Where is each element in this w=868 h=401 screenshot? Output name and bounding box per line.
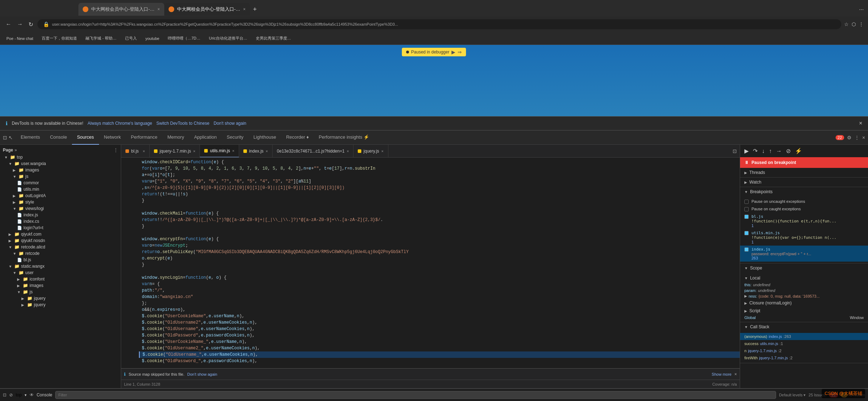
console-dropdown-icon[interactable]: ▾ bbox=[25, 393, 27, 397]
source-map-close-btn[interactable]: × bbox=[734, 372, 737, 377]
source-tab-jquery-close[interactable]: × bbox=[193, 149, 195, 153]
always-match-language-button[interactable]: Always match Chrome's language bbox=[88, 121, 152, 126]
tree-item-js2[interactable]: ▼ 📁 js bbox=[0, 289, 121, 295]
pause-caught-checkbox[interactable] bbox=[744, 207, 749, 211]
pause-uncaught-checkbox[interactable] bbox=[744, 200, 749, 204]
scope-ress-expand[interactable]: ▶ bbox=[744, 294, 747, 298]
file-tree-options-icon[interactable]: ⋮ bbox=[114, 148, 118, 153]
bp-utils[interactable]: utils.min.js !function(e){var o={};funct… bbox=[740, 229, 868, 246]
source-tab-bljs[interactable]: bl.js × bbox=[121, 145, 150, 158]
tab-sources[interactable]: Sources bbox=[72, 130, 99, 145]
bookmark-bilibili[interactable]: 哔哩哔哩（…7D… bbox=[166, 35, 202, 42]
source-tab-utils-close[interactable]: × bbox=[232, 149, 234, 153]
source-tab-jqueryjs[interactable]: jquery.js × bbox=[353, 145, 388, 158]
dont-pause-exceptions-button[interactable]: ⚡ bbox=[794, 146, 804, 156]
tree-item-login-url[interactable]: 📄 login?url=t bbox=[0, 225, 121, 231]
bookmark-poe[interactable]: Poe - New chat bbox=[4, 36, 35, 41]
console-error-icon[interactable]: ⊘ bbox=[9, 392, 13, 397]
source-tab-indexjs[interactable]: index.js × bbox=[239, 145, 273, 158]
tree-item-user[interactable]: ▼ 📁 user.wangxia bbox=[0, 160, 121, 167]
bookmark-star-icon[interactable]: ☆ bbox=[844, 21, 849, 27]
tree-item-js[interactable]: ▼ 📁 js bbox=[0, 173, 121, 180]
more-tools-icon[interactable]: ⋮ bbox=[854, 135, 859, 140]
tree-item-outlogin[interactable]: ▶ 📁 outLogintA bbox=[0, 192, 121, 199]
tab-close-2[interactable]: × bbox=[243, 7, 246, 12]
source-tabs-more-icon[interactable]: ⊡ bbox=[730, 148, 740, 154]
source-tab-bljs-close[interactable]: × bbox=[143, 149, 145, 153]
browser-tab-1[interactable]: 中大网校会员中心-登陆入口-… × bbox=[78, 3, 164, 16]
tab-recorder[interactable]: Recorder ♦ bbox=[281, 130, 314, 145]
tab-elements[interactable]: Elements bbox=[16, 130, 45, 145]
devtools-close-icon[interactable]: × bbox=[862, 135, 865, 140]
step-over-button[interactable]: ↷ bbox=[751, 146, 759, 156]
tree-item-retcode-alicd[interactable]: ▼ 📁 retcode.alicd bbox=[0, 244, 121, 250]
step-button[interactable]: → bbox=[775, 146, 783, 156]
tab-console[interactable]: Console bbox=[45, 130, 72, 145]
switch-to-chinese-button[interactable]: Switch DevTools to Chinese bbox=[156, 121, 210, 126]
source-tab-jqueryjs-close[interactable]: × bbox=[381, 149, 383, 153]
bp-bljs-checkbox[interactable] bbox=[744, 215, 749, 219]
tree-item-static[interactable]: ▼ 📁 static.wangx bbox=[0, 263, 121, 269]
resume-btn[interactable]: ▶ bbox=[451, 49, 455, 55]
source-tab-0e13-close[interactable]: × bbox=[347, 149, 349, 153]
call-item-success[interactable]: success utils.min.js :1 bbox=[740, 340, 868, 347]
tree-item-jquery2[interactable]: ▶ 📁 jquery bbox=[0, 302, 121, 308]
deactivate-bp-button[interactable]: ⊘ bbox=[785, 146, 792, 156]
console-filter-input[interactable] bbox=[55, 391, 776, 399]
step-out-button[interactable]: ↑ bbox=[768, 146, 773, 156]
inspect-icon[interactable]: ↖ bbox=[9, 135, 13, 140]
tab-lighthouse[interactable]: Lighthouse bbox=[248, 130, 281, 145]
call-stack-header[interactable]: ▼ Call Stack bbox=[740, 322, 868, 331]
source-tab-0e13[interactable]: 0e13e32c8c74671...c1.js?hidden=1 × bbox=[273, 145, 353, 158]
watch-header[interactable]: ▶ Watch bbox=[740, 178, 868, 187]
resume-execution-button[interactable]: ▶ bbox=[743, 146, 750, 156]
bp-bljs[interactable]: bl.js !function(){function e(t,r,n){fun.… bbox=[740, 213, 868, 229]
settings-icon[interactable]: ⚙ bbox=[847, 135, 852, 140]
tab-application[interactable]: Application bbox=[189, 130, 222, 145]
tree-item-images[interactable]: ▶ 📁 images bbox=[0, 167, 121, 173]
scope-header[interactable]: ▼ Scope bbox=[740, 263, 868, 273]
threads-header[interactable]: ▶ Threads bbox=[740, 168, 868, 177]
eye-icon[interactable]: 👁 bbox=[30, 392, 34, 397]
menu-icon[interactable]: ⋮ bbox=[859, 21, 864, 27]
bp-utils-checkbox[interactable] bbox=[744, 231, 749, 235]
closure-scope-header[interactable]: ▶ Closure (normalLogin) bbox=[744, 299, 864, 307]
bookmark-baidu[interactable]: 百度一下，你就知道 bbox=[40, 35, 79, 42]
bookmark-history[interactable]: 史男比秀策三季度… bbox=[254, 35, 293, 42]
tree-item-retcode[interactable]: ▼ 📁 retcode bbox=[0, 250, 121, 257]
source-map-show-more-link[interactable]: Show more bbox=[712, 372, 732, 376]
bookmark-rongfei[interactable]: 融飞学城 - 帮助… bbox=[83, 35, 119, 42]
dont-show-again-button[interactable]: Don't show again bbox=[214, 121, 247, 126]
tree-item-iconfont[interactable]: ▶ 📁 iconfont bbox=[0, 276, 121, 282]
tree-item-commor[interactable]: 📄 commor bbox=[0, 180, 121, 186]
tab-close-1[interactable]: × bbox=[157, 7, 160, 12]
default-levels-select[interactable]: Default levels ▾ bbox=[779, 393, 806, 397]
tab-performance[interactable]: Performance bbox=[126, 130, 162, 145]
call-item-firewith[interactable]: fireWith jquery-1.7.min.js :2 bbox=[740, 354, 868, 361]
tab-memory[interactable]: Memory bbox=[162, 130, 189, 145]
tree-item-bljs[interactable]: 📄 bl.js bbox=[0, 257, 121, 263]
console-bar-icon[interactable]: ⊡ bbox=[3, 392, 6, 397]
bp-indexjs[interactable]: index.js password: encryptFn(pwd + '' + … bbox=[740, 246, 868, 262]
bookmark-youtube[interactable]: youtube bbox=[143, 36, 161, 41]
forward-button[interactable]: → bbox=[16, 20, 24, 29]
tree-item-utils[interactable]: 📄 utils.min bbox=[0, 186, 121, 192]
browser-tab-2[interactable]: 中大网校会员中心-登陆入口-… × bbox=[164, 3, 250, 16]
address-bar[interactable]: 🔒 user.wangxiao.cn/login?url=http%3A%2F%… bbox=[37, 19, 841, 29]
tree-item-qiyukf2[interactable]: ▶ 📁 qiyukf.nosdn bbox=[0, 237, 121, 244]
notify-close-button[interactable]: × bbox=[859, 120, 862, 127]
source-tab-jquery[interactable]: jquery-1.7.min.js × bbox=[150, 145, 200, 158]
new-tab-button[interactable]: + bbox=[250, 4, 260, 14]
tree-item-style[interactable]: ▶ 📁 style bbox=[0, 199, 121, 205]
dock-icon[interactable]: ⊡ bbox=[3, 135, 7, 140]
local-scope-header[interactable]: ▼ Local bbox=[744, 274, 864, 282]
code-area[interactable]: window.checkIDCard = function(e) { for (… bbox=[121, 158, 740, 368]
back-button[interactable]: ← bbox=[4, 20, 13, 29]
tab-security[interactable]: Security bbox=[222, 130, 248, 145]
breakpoints-header[interactable]: ▼ Breakpoints bbox=[740, 187, 868, 196]
extension-icon[interactable]: ⬡ bbox=[852, 21, 856, 27]
tree-item-jquery1[interactable]: ▶ 📁 jquery bbox=[0, 295, 121, 302]
file-tree-more-icon[interactable]: » bbox=[15, 148, 17, 153]
reload-button[interactable]: ↻ bbox=[27, 20, 35, 29]
tree-item-images2[interactable]: ▶ 📁 images bbox=[0, 282, 121, 289]
